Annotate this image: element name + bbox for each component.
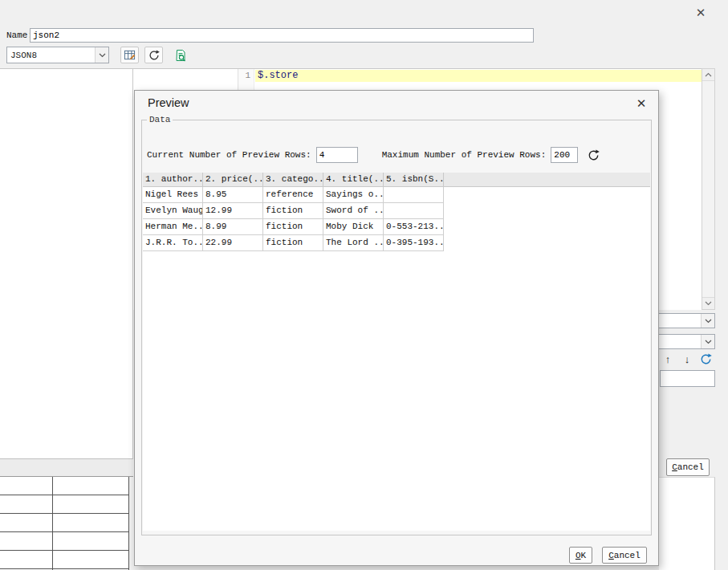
preview-dialog: Preview ✕ Data Current Number of Preview…	[134, 90, 659, 566]
dialog-close-icon[interactable]: ✕	[632, 95, 650, 112]
ok-button[interactable]: OK	[569, 547, 592, 564]
app-window: ✕ Name: JSON8 1	[0, 0, 728, 570]
move-down-button[interactable]: ↓	[679, 352, 695, 367]
table-cell[interactable]	[384, 187, 444, 203]
table-cell[interactable]: J.R.R. To...	[143, 235, 203, 251]
chevron-down-icon	[701, 335, 714, 348]
report-grid-row[interactable]	[0, 551, 128, 569]
chevron-down-icon	[95, 47, 108, 63]
table-cell[interactable]: fiction	[263, 235, 323, 251]
document-magnifier-icon	[175, 49, 186, 62]
table-cell[interactable]: Sayings o...	[323, 187, 384, 203]
dialog-buttons: OK Cancel	[569, 547, 647, 564]
table-cell[interactable]: 22.99	[203, 235, 263, 251]
refresh-icon	[148, 50, 160, 61]
table-cell[interactable]: Moby Dick	[323, 219, 384, 235]
background-cancel-button[interactable]: Cancel	[666, 458, 710, 476]
table-cell[interactable]: Nigel Rees	[143, 187, 203, 203]
current-rows-input[interactable]	[316, 147, 358, 163]
side-input[interactable]	[660, 370, 715, 387]
preview-table: 1. author...2. price(...3. catego...4. t…	[143, 173, 650, 531]
refresh-blue-button[interactable]	[697, 352, 714, 367]
table-cell[interactable]: 12.99	[203, 203, 263, 219]
report-grid-row[interactable]	[0, 532, 128, 551]
table-cell[interactable]: fiction	[263, 219, 323, 235]
scroll-up-icon[interactable]	[702, 69, 714, 81]
code-line[interactable]: $.store	[255, 70, 702, 82]
refresh-preview-button[interactable]	[586, 148, 600, 162]
table-cell[interactable]: The Lord ...	[323, 235, 384, 251]
table-cell[interactable]: 0-553-213...	[384, 219, 444, 235]
preview-table-head-row: 1. author...2. price(...3. catego...4. t…	[143, 173, 650, 187]
grid-column-divider	[52, 477, 53, 570]
table-cell[interactable]: 0-395-193...	[384, 235, 444, 251]
report-grid-row[interactable]	[0, 514, 128, 532]
editor-scrollbar[interactable]	[702, 68, 715, 310]
datasource-type-select[interactable]: JSON8	[6, 47, 109, 63]
dialog-title: Preview	[148, 96, 189, 109]
cancel-label: Cancel	[603, 551, 646, 560]
table-cell[interactable]: reference	[263, 187, 323, 203]
table-row[interactable]: Herman Me...8.99fictionMoby Dick0-553-21…	[143, 219, 650, 235]
report-grid[interactable]	[0, 477, 129, 570]
preview-controls: Current Number of Preview Rows: Maximum …	[147, 147, 600, 163]
table-row[interactable]: Nigel Rees8.95referenceSayings o...	[143, 187, 650, 203]
table-row[interactable]: J.R.R. To...22.99fictionThe Lord ...0-39…	[143, 235, 650, 251]
ok-label: OK	[570, 551, 592, 560]
report-grid-row[interactable]	[0, 477, 128, 495]
data-group: Data Current Number of Preview Rows: Max…	[141, 115, 652, 535]
left-tree-panel[interactable]	[0, 68, 133, 458]
table-cell[interactable]: fiction	[263, 203, 323, 219]
cancel-label: Cancel	[667, 462, 709, 472]
table-cell[interactable]: Sword of ...	[323, 203, 384, 219]
edit-table-button[interactable]	[120, 47, 139, 63]
max-rows-label: Maximum Number of Preview Rows:	[382, 150, 547, 160]
refresh-icon	[588, 149, 600, 161]
table-cell[interactable]	[384, 203, 444, 219]
column-header[interactable]: 5. isbn(S...	[384, 173, 444, 186]
table-row[interactable]: Evelyn Waugh12.99fictionSword of ...	[143, 203, 650, 219]
max-rows-input[interactable]	[551, 147, 578, 163]
datasource-type-value: JSON8	[7, 51, 95, 60]
table-cell[interactable]: Evelyn Waugh	[143, 203, 203, 219]
preview-table-body: Nigel Rees8.95referenceSayings o...Evely…	[143, 187, 650, 251]
report-grid-row[interactable]	[0, 495, 128, 514]
data-group-label: Data	[147, 115, 173, 124]
table-cell[interactable]: 8.95	[203, 187, 263, 203]
table-cell[interactable]: Herman Me...	[143, 219, 203, 235]
panel-footer	[0, 458, 133, 477]
column-header[interactable]: 1. author...	[143, 173, 203, 186]
column-header[interactable]: 4. title(...	[323, 173, 384, 186]
current-rows-label: Current Number of Preview Rows:	[147, 150, 311, 160]
move-up-button[interactable]: ↑	[660, 352, 676, 367]
column-header[interactable]: 2. price(...	[203, 173, 263, 186]
window-close-icon[interactable]: ✕	[692, 4, 710, 22]
name-input[interactable]	[30, 28, 534, 43]
cancel-button[interactable]: Cancel	[602, 547, 647, 564]
preview-document-button[interactable]	[171, 47, 189, 63]
table-edit-icon	[124, 49, 136, 61]
column-header[interactable]: 3. catego...	[263, 173, 323, 186]
bottom-right-panel	[659, 477, 715, 570]
scroll-down-icon[interactable]	[702, 297, 714, 309]
chevron-down-icon	[701, 314, 714, 328]
table-cell[interactable]: 8.99	[203, 219, 263, 235]
refresh-icon	[700, 353, 712, 365]
refresh-button[interactable]	[144, 47, 163, 63]
